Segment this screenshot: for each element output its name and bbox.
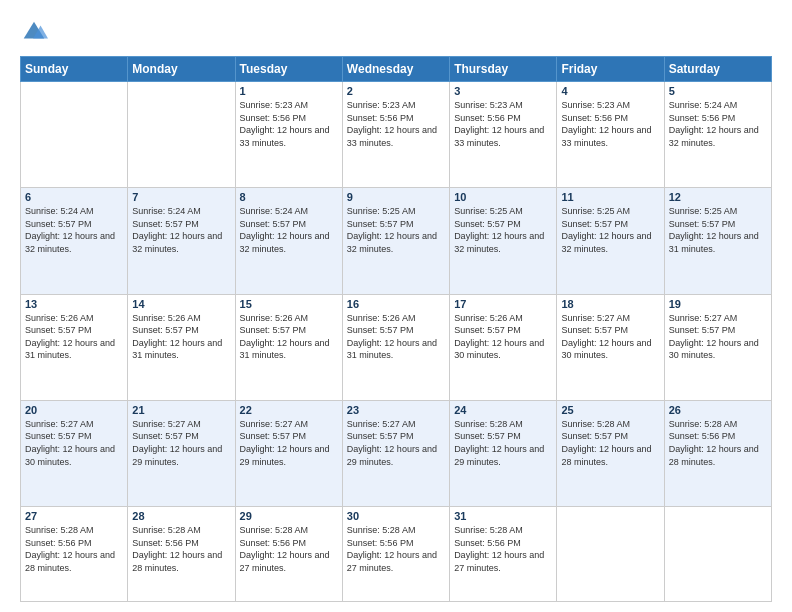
cell-info: Sunrise: 5:24 AMSunset: 5:56 PMDaylight:… (669, 99, 767, 149)
calendar-cell: 31Sunrise: 5:28 AMSunset: 5:56 PMDayligh… (450, 507, 557, 602)
calendar-cell: 9Sunrise: 5:25 AMSunset: 5:57 PMDaylight… (342, 188, 449, 294)
calendar-cell: 4Sunrise: 5:23 AMSunset: 5:56 PMDaylight… (557, 82, 664, 188)
day-number: 5 (669, 85, 767, 97)
day-number: 6 (25, 191, 123, 203)
day-number: 29 (240, 510, 338, 522)
cell-info: Sunrise: 5:28 AMSunset: 5:57 PMDaylight:… (454, 418, 552, 468)
calendar-week-row: 1Sunrise: 5:23 AMSunset: 5:56 PMDaylight… (21, 82, 772, 188)
cell-info: Sunrise: 5:24 AMSunset: 5:57 PMDaylight:… (25, 205, 123, 255)
day-number: 30 (347, 510, 445, 522)
day-number: 13 (25, 298, 123, 310)
cell-info: Sunrise: 5:26 AMSunset: 5:57 PMDaylight:… (132, 312, 230, 362)
cell-info: Sunrise: 5:27 AMSunset: 5:57 PMDaylight:… (132, 418, 230, 468)
day-number: 12 (669, 191, 767, 203)
calendar-cell: 5Sunrise: 5:24 AMSunset: 5:56 PMDaylight… (664, 82, 771, 188)
calendar-cell: 8Sunrise: 5:24 AMSunset: 5:57 PMDaylight… (235, 188, 342, 294)
calendar-cell: 2Sunrise: 5:23 AMSunset: 5:56 PMDaylight… (342, 82, 449, 188)
calendar-cell: 12Sunrise: 5:25 AMSunset: 5:57 PMDayligh… (664, 188, 771, 294)
day-number: 26 (669, 404, 767, 416)
calendar-cell: 16Sunrise: 5:26 AMSunset: 5:57 PMDayligh… (342, 294, 449, 400)
calendar-cell (21, 82, 128, 188)
day-number: 17 (454, 298, 552, 310)
cell-info: Sunrise: 5:27 AMSunset: 5:57 PMDaylight:… (240, 418, 338, 468)
day-number: 11 (561, 191, 659, 203)
cell-info: Sunrise: 5:26 AMSunset: 5:57 PMDaylight:… (25, 312, 123, 362)
calendar-cell: 6Sunrise: 5:24 AMSunset: 5:57 PMDaylight… (21, 188, 128, 294)
calendar-cell: 18Sunrise: 5:27 AMSunset: 5:57 PMDayligh… (557, 294, 664, 400)
calendar-cell: 30Sunrise: 5:28 AMSunset: 5:56 PMDayligh… (342, 507, 449, 602)
weekday-header-thursday: Thursday (450, 57, 557, 82)
weekday-header-tuesday: Tuesday (235, 57, 342, 82)
calendar-cell: 19Sunrise: 5:27 AMSunset: 5:57 PMDayligh… (664, 294, 771, 400)
cell-info: Sunrise: 5:28 AMSunset: 5:56 PMDaylight:… (347, 524, 445, 574)
day-number: 15 (240, 298, 338, 310)
calendar-cell: 24Sunrise: 5:28 AMSunset: 5:57 PMDayligh… (450, 400, 557, 506)
cell-info: Sunrise: 5:28 AMSunset: 5:56 PMDaylight:… (25, 524, 123, 574)
weekday-header-wednesday: Wednesday (342, 57, 449, 82)
cell-info: Sunrise: 5:28 AMSunset: 5:57 PMDaylight:… (561, 418, 659, 468)
cell-info: Sunrise: 5:28 AMSunset: 5:56 PMDaylight:… (669, 418, 767, 468)
calendar-cell: 26Sunrise: 5:28 AMSunset: 5:56 PMDayligh… (664, 400, 771, 506)
calendar-cell: 1Sunrise: 5:23 AMSunset: 5:56 PMDaylight… (235, 82, 342, 188)
calendar-cell: 27Sunrise: 5:28 AMSunset: 5:56 PMDayligh… (21, 507, 128, 602)
calendar-cell: 13Sunrise: 5:26 AMSunset: 5:57 PMDayligh… (21, 294, 128, 400)
logo (20, 18, 52, 46)
day-number: 3 (454, 85, 552, 97)
cell-info: Sunrise: 5:23 AMSunset: 5:56 PMDaylight:… (240, 99, 338, 149)
day-number: 1 (240, 85, 338, 97)
header (20, 18, 772, 46)
day-number: 7 (132, 191, 230, 203)
calendar-cell: 15Sunrise: 5:26 AMSunset: 5:57 PMDayligh… (235, 294, 342, 400)
cell-info: Sunrise: 5:25 AMSunset: 5:57 PMDaylight:… (561, 205, 659, 255)
cell-info: Sunrise: 5:26 AMSunset: 5:57 PMDaylight:… (454, 312, 552, 362)
calendar-cell: 14Sunrise: 5:26 AMSunset: 5:57 PMDayligh… (128, 294, 235, 400)
page: SundayMondayTuesdayWednesdayThursdayFrid… (0, 0, 792, 612)
calendar-week-row: 13Sunrise: 5:26 AMSunset: 5:57 PMDayligh… (21, 294, 772, 400)
calendar-week-row: 27Sunrise: 5:28 AMSunset: 5:56 PMDayligh… (21, 507, 772, 602)
cell-info: Sunrise: 5:23 AMSunset: 5:56 PMDaylight:… (454, 99, 552, 149)
day-number: 8 (240, 191, 338, 203)
calendar-cell: 22Sunrise: 5:27 AMSunset: 5:57 PMDayligh… (235, 400, 342, 506)
day-number: 27 (25, 510, 123, 522)
cell-info: Sunrise: 5:23 AMSunset: 5:56 PMDaylight:… (561, 99, 659, 149)
calendar-cell: 21Sunrise: 5:27 AMSunset: 5:57 PMDayligh… (128, 400, 235, 506)
day-number: 23 (347, 404, 445, 416)
cell-info: Sunrise: 5:26 AMSunset: 5:57 PMDaylight:… (240, 312, 338, 362)
calendar-cell: 3Sunrise: 5:23 AMSunset: 5:56 PMDaylight… (450, 82, 557, 188)
cell-info: Sunrise: 5:28 AMSunset: 5:56 PMDaylight:… (454, 524, 552, 574)
day-number: 31 (454, 510, 552, 522)
weekday-header-sunday: Sunday (21, 57, 128, 82)
calendar-cell (128, 82, 235, 188)
calendar-week-row: 20Sunrise: 5:27 AMSunset: 5:57 PMDayligh… (21, 400, 772, 506)
cell-info: Sunrise: 5:28 AMSunset: 5:56 PMDaylight:… (132, 524, 230, 574)
day-number: 25 (561, 404, 659, 416)
day-number: 18 (561, 298, 659, 310)
day-number: 4 (561, 85, 659, 97)
cell-info: Sunrise: 5:28 AMSunset: 5:56 PMDaylight:… (240, 524, 338, 574)
calendar-cell: 11Sunrise: 5:25 AMSunset: 5:57 PMDayligh… (557, 188, 664, 294)
calendar-cell: 23Sunrise: 5:27 AMSunset: 5:57 PMDayligh… (342, 400, 449, 506)
day-number: 14 (132, 298, 230, 310)
calendar-table: SundayMondayTuesdayWednesdayThursdayFrid… (20, 56, 772, 602)
cell-info: Sunrise: 5:23 AMSunset: 5:56 PMDaylight:… (347, 99, 445, 149)
cell-info: Sunrise: 5:25 AMSunset: 5:57 PMDaylight:… (669, 205, 767, 255)
day-number: 9 (347, 191, 445, 203)
cell-info: Sunrise: 5:25 AMSunset: 5:57 PMDaylight:… (347, 205, 445, 255)
cell-info: Sunrise: 5:24 AMSunset: 5:57 PMDaylight:… (240, 205, 338, 255)
day-number: 22 (240, 404, 338, 416)
calendar-cell: 17Sunrise: 5:26 AMSunset: 5:57 PMDayligh… (450, 294, 557, 400)
cell-info: Sunrise: 5:27 AMSunset: 5:57 PMDaylight:… (669, 312, 767, 362)
cell-info: Sunrise: 5:24 AMSunset: 5:57 PMDaylight:… (132, 205, 230, 255)
weekday-header-friday: Friday (557, 57, 664, 82)
calendar-cell: 10Sunrise: 5:25 AMSunset: 5:57 PMDayligh… (450, 188, 557, 294)
calendar-cell (557, 507, 664, 602)
day-number: 2 (347, 85, 445, 97)
cell-info: Sunrise: 5:27 AMSunset: 5:57 PMDaylight:… (25, 418, 123, 468)
day-number: 16 (347, 298, 445, 310)
day-number: 19 (669, 298, 767, 310)
calendar-cell: 29Sunrise: 5:28 AMSunset: 5:56 PMDayligh… (235, 507, 342, 602)
cell-info: Sunrise: 5:27 AMSunset: 5:57 PMDaylight:… (561, 312, 659, 362)
day-number: 28 (132, 510, 230, 522)
calendar-cell: 7Sunrise: 5:24 AMSunset: 5:57 PMDaylight… (128, 188, 235, 294)
weekday-header-monday: Monday (128, 57, 235, 82)
